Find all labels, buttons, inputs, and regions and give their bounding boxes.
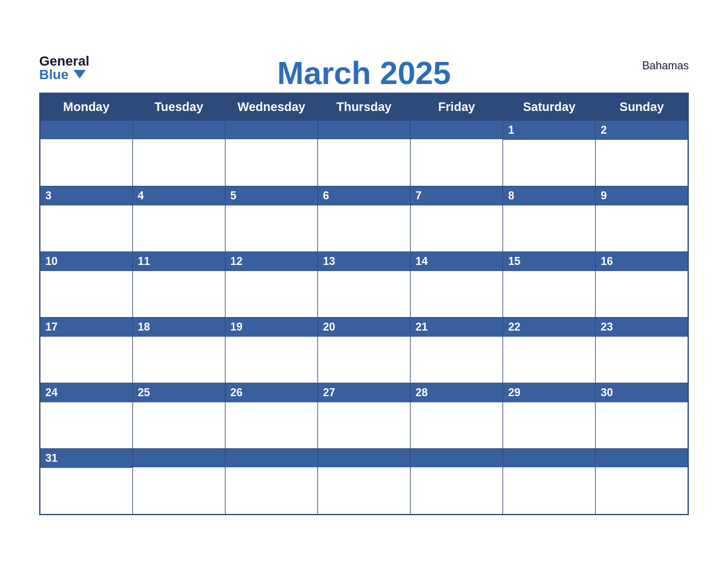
table-row: 10 bbox=[40, 251, 132, 317]
col-sunday: Sunday bbox=[596, 93, 688, 121]
day-number: 15 bbox=[503, 252, 595, 271]
day-number: 5 bbox=[226, 186, 317, 205]
table-row bbox=[225, 448, 317, 515]
table-row: 15 bbox=[503, 251, 596, 317]
empty-day-header bbox=[596, 449, 688, 467]
table-row: 21 bbox=[411, 317, 503, 383]
day-cell-content bbox=[503, 467, 595, 513]
table-row bbox=[317, 448, 410, 515]
day-number: 6 bbox=[318, 186, 410, 205]
day-cell-content bbox=[226, 402, 317, 448]
day-cell-content bbox=[133, 467, 225, 513]
table-row: 30 bbox=[596, 383, 688, 448]
table-row: 12 bbox=[225, 251, 317, 317]
table-row: 26 bbox=[225, 383, 317, 448]
day-number: 14 bbox=[411, 252, 502, 271]
day-cell-content bbox=[226, 139, 317, 185]
calendar-week-row: 3456789 bbox=[40, 186, 688, 251]
empty-day-header bbox=[226, 449, 317, 467]
col-tuesday: Tuesday bbox=[132, 93, 225, 121]
day-number: 20 bbox=[318, 318, 410, 337]
table-row: 2 bbox=[596, 120, 688, 186]
day-cell-content bbox=[596, 140, 688, 186]
day-cell-content bbox=[133, 402, 225, 448]
calendar-week-row: 10111213141516 bbox=[40, 251, 688, 317]
table-row bbox=[411, 120, 503, 186]
day-cell-content bbox=[133, 337, 225, 383]
day-number: 22 bbox=[503, 318, 595, 337]
table-row: 8 bbox=[503, 186, 596, 251]
table-row: 7 bbox=[411, 186, 503, 251]
empty-day-header bbox=[40, 121, 132, 139]
day-cell-content bbox=[133, 205, 225, 251]
day-number: 23 bbox=[596, 318, 688, 337]
empty-day-header bbox=[226, 121, 317, 139]
day-number: 25 bbox=[133, 383, 225, 402]
day-cell-content bbox=[133, 139, 225, 185]
table-row: 25 bbox=[132, 383, 225, 448]
table-row: 18 bbox=[132, 317, 225, 383]
table-row: 27 bbox=[317, 383, 410, 448]
day-cell-content bbox=[596, 402, 688, 448]
day-cell-content bbox=[318, 139, 410, 185]
empty-day-header bbox=[133, 449, 225, 467]
day-number: 21 bbox=[411, 318, 502, 337]
day-number: 31 bbox=[40, 449, 132, 468]
logo-blue-text: Blue bbox=[39, 67, 69, 82]
col-monday: Monday bbox=[40, 93, 132, 121]
table-row: 6 bbox=[317, 186, 410, 251]
day-cell-content bbox=[503, 205, 595, 251]
day-number: 29 bbox=[503, 383, 595, 402]
day-cell-content bbox=[596, 337, 688, 383]
day-number: 10 bbox=[40, 252, 132, 271]
day-number: 24 bbox=[40, 383, 132, 402]
calendar-week-row: 17181920212223 bbox=[40, 317, 688, 383]
table-row: 24 bbox=[40, 383, 132, 448]
table-row bbox=[40, 120, 132, 186]
table-row: 4 bbox=[132, 186, 225, 251]
table-row bbox=[317, 120, 410, 186]
day-number: 9 bbox=[596, 186, 688, 205]
table-row: 28 bbox=[411, 383, 503, 448]
day-number: 26 bbox=[226, 383, 317, 402]
day-cell-content bbox=[411, 271, 502, 317]
col-wednesday: Wednesday bbox=[225, 93, 317, 121]
logo-triangle-icon bbox=[74, 70, 86, 79]
day-cell-content bbox=[226, 205, 317, 251]
day-cell-content bbox=[411, 139, 502, 185]
table-row: 9 bbox=[596, 186, 688, 251]
day-cell-content bbox=[133, 271, 225, 317]
day-cell-content bbox=[503, 140, 595, 186]
table-row bbox=[132, 448, 225, 515]
day-number: 11 bbox=[133, 252, 225, 271]
day-cell-content bbox=[40, 205, 132, 251]
day-cell-content bbox=[596, 205, 688, 251]
table-row: 29 bbox=[503, 383, 596, 448]
day-cell-content bbox=[40, 337, 132, 383]
col-saturday: Saturday bbox=[503, 93, 596, 121]
day-cell-content bbox=[40, 139, 132, 185]
calendar-page: General Blue March 2025 Bahamas Monday T… bbox=[27, 36, 701, 527]
day-cell-content bbox=[40, 402, 132, 448]
col-friday: Friday bbox=[411, 93, 503, 121]
day-cell-content bbox=[318, 337, 410, 383]
day-cell-content bbox=[503, 337, 595, 383]
day-cell-content bbox=[596, 467, 688, 513]
day-cell-content bbox=[40, 468, 132, 514]
logo-blue-row: Blue bbox=[39, 68, 86, 82]
empty-day-header bbox=[133, 121, 225, 139]
day-number: 18 bbox=[133, 318, 225, 337]
table-row: 1 bbox=[503, 120, 596, 186]
day-cell-content bbox=[411, 205, 502, 251]
table-row: 31 bbox=[40, 448, 132, 515]
empty-day-header bbox=[318, 449, 410, 467]
day-cell-content bbox=[503, 271, 595, 317]
day-cell-content bbox=[318, 271, 410, 317]
day-cell-content bbox=[411, 402, 502, 448]
table-row: 14 bbox=[411, 251, 503, 317]
day-cell-content bbox=[411, 467, 502, 513]
empty-day-header bbox=[503, 449, 595, 467]
calendar-table: Monday Tuesday Wednesday Thursday Friday… bbox=[39, 93, 689, 515]
day-number: 4 bbox=[133, 186, 225, 205]
day-cell-content bbox=[503, 402, 595, 448]
